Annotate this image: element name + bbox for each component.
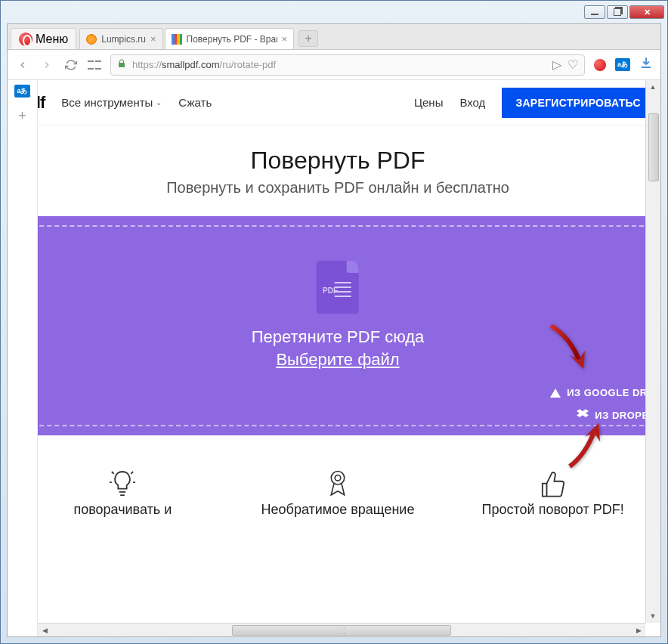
chevron-down-icon: ⌄ xyxy=(156,98,162,107)
download-button[interactable] xyxy=(639,56,653,73)
opera-menu-button[interactable]: Меню xyxy=(11,28,76,49)
opera-logo-icon xyxy=(19,33,32,46)
window-titlebar xyxy=(1,1,667,23)
horizontal-scrollbar[interactable]: ◀ ▶ xyxy=(38,623,645,636)
vertical-scrollbar[interactable]: ▲ ▼ xyxy=(645,80,660,623)
from-google-drive-button[interactable]: ИЗ GOOGLE DRIV xyxy=(550,387,657,398)
tab-lumpics[interactable]: Lumpics.ru × xyxy=(79,28,162,49)
nav-pricing[interactable]: Цены xyxy=(414,96,444,109)
opera-badge-icon[interactable] xyxy=(594,59,606,71)
tab-close-icon[interactable]: × xyxy=(282,33,288,45)
site-logo[interactable]: pdf xyxy=(38,93,45,113)
feature-simple: Простой поворот PDF! xyxy=(456,467,650,518)
feature-title: Простой поворот PDF! xyxy=(456,502,650,518)
features-row: поворачивать и Необратимое вращение xyxy=(38,435,660,525)
opera-menu-label: Меню xyxy=(36,33,68,46)
feature-permanent: Необратимое вращение xyxy=(241,467,435,518)
file-dropzone[interactable]: Перетяните PDF сюда Выберите файл ИЗ GOO… xyxy=(38,216,660,435)
medal-icon xyxy=(241,467,435,502)
choose-file-link[interactable]: Выберите файл xyxy=(252,350,425,370)
forward-button[interactable] xyxy=(39,57,54,73)
toolbar: https://smallpdf.com/ru/rotate-pdf ▷ ♡ a… xyxy=(8,50,660,80)
register-button[interactable]: ЗАРЕГИСТРИРОВАТЬС xyxy=(502,88,654,118)
page-content: pdf Все инструменты ⌄ Сжать Цены Вход ЗА… xyxy=(38,80,660,636)
lock-icon xyxy=(117,58,126,71)
nav-login[interactable]: Вход xyxy=(459,96,485,109)
window-close-button[interactable] xyxy=(629,5,664,19)
window-restore-button[interactable] xyxy=(607,5,628,19)
page-subtitle: Повернуть и сохранить PDF онлайн и беспл… xyxy=(38,179,653,197)
smallpdf-favicon-icon xyxy=(172,34,182,45)
gdrive-label: ИЗ GOOGLE DRIV xyxy=(567,387,657,398)
scroll-thumb[interactable] xyxy=(648,113,659,181)
speed-dial-button[interactable] xyxy=(88,58,101,72)
sidebar-add-button[interactable]: + xyxy=(18,108,26,124)
lumpics-favicon-icon xyxy=(86,34,97,45)
sidebar-translate-icon[interactable]: aあ xyxy=(14,85,29,98)
nav-all-tools[interactable]: Все инструменты ⌄ xyxy=(61,96,162,109)
nav-compress[interactable]: Сжать xyxy=(178,96,212,109)
feature-title: Необратимое вращение xyxy=(241,502,435,518)
tab-label: Lumpics.ru xyxy=(101,34,146,45)
from-dropbox-button[interactable]: ИЗ DROPBO xyxy=(550,409,657,422)
url-text: https://smallpdf.com/ru/rotate-pdf xyxy=(132,59,546,70)
nav-label: Все инструменты xyxy=(61,96,153,109)
svg-point-0 xyxy=(331,472,345,485)
page-title: Повернуть PDF xyxy=(38,147,653,175)
translate-badge-icon[interactable]: aあ xyxy=(615,58,630,71)
site-header: pdf Все инструменты ⌄ Сжать Цены Вход ЗА… xyxy=(38,80,660,125)
tab-strip: Меню Lumpics.ru × Повернуть PDF - Вращат… xyxy=(8,24,660,50)
new-tab-button[interactable]: + xyxy=(298,30,318,47)
lightbulb-icon xyxy=(38,467,219,502)
feature-rotate: поворачивать и xyxy=(38,467,219,518)
scroll-thumb[interactable] xyxy=(232,625,450,636)
thumbs-up-icon xyxy=(456,467,650,502)
reload-button[interactable] xyxy=(63,57,79,73)
address-bar[interactable]: https://smallpdf.com/ru/rotate-pdf ▷ ♡ xyxy=(110,54,585,76)
window-minimize-button[interactable] xyxy=(584,5,605,19)
tab-close-icon[interactable]: × xyxy=(150,33,156,45)
drag-text: Перетяните PDF сюда xyxy=(252,327,425,347)
dropbox-icon xyxy=(577,409,589,422)
feature-title: поворачивать и xyxy=(38,502,219,518)
browser-sidebar: aあ + xyxy=(8,80,38,636)
vpn-arrow-icon[interactable]: ▷ xyxy=(552,57,561,72)
svg-point-1 xyxy=(335,475,341,481)
back-button[interactable] xyxy=(15,57,30,73)
bookmark-heart-icon[interactable]: ♡ xyxy=(567,57,578,72)
google-drive-icon xyxy=(550,389,561,398)
pdf-file-icon xyxy=(317,261,359,314)
tab-rotate-pdf[interactable]: Повернуть PDF - Вращат × xyxy=(165,28,295,49)
tab-label: Повернуть PDF - Вращат xyxy=(187,34,277,45)
